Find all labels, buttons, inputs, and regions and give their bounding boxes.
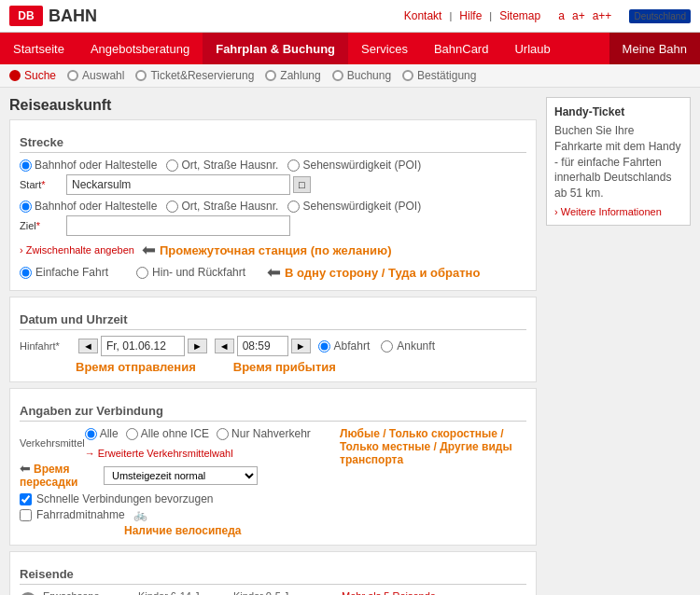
annotation-zwischenhalte: Промежуточная станция (по желанию) — [160, 243, 392, 257]
nav-meine-bahn[interactable]: Meine Bahn — [609, 33, 700, 64]
sitemap-link[interactable]: Sitemap — [499, 9, 540, 22]
fahrradmitnahme-checkbox[interactable] — [20, 509, 32, 521]
vm-ohne-ice-radio[interactable]: Alle ohne ICE — [126, 427, 209, 440]
step-radio-inactive-3 — [265, 70, 276, 81]
vm-nahverkehr-radio[interactable]: Nur Nahverkehr — [217, 427, 311, 440]
ziel-group: Bahnhof oder Haltestelle Ort, Straße Hau… — [20, 200, 526, 236]
logo: DB BAHN — [9, 6, 97, 26]
strecke-label: Strecke — [20, 135, 526, 153]
strecke-section: Strecke Bahnhof oder Haltestelle Ort, St… — [9, 119, 537, 291]
top-links: Kontakt | Hilfe | Sitemap a a+ a++ Deuts… — [404, 9, 691, 23]
abfahrt-ankunft-group: Abfahrt Ankunft — [318, 339, 435, 353]
nav-urlaub[interactable]: Urlaub — [501, 33, 563, 64]
abfahrt-radio[interactable]: Abfahrt — [318, 339, 371, 353]
nav-startseite[interactable]: Startseite — [0, 33, 77, 64]
steps-bar: Suche Auswahl Ticket&Reservierung Zahlun… — [0, 64, 700, 88]
time-next-btn[interactable]: ► — [291, 339, 311, 353]
sidebar-box: Handy-Ticket Buchen Sie Ihre Fahrkarte m… — [546, 97, 691, 226]
step-buchung[interactable]: Buchung — [332, 69, 391, 82]
step-bestaetigung[interactable]: Bestätigung — [402, 69, 476, 82]
fahrt-row: Einfache Fahrt Hin- und Rückfahrt ⬅ В од… — [20, 262, 526, 283]
step-zahlung[interactable]: Zahlung — [265, 69, 320, 82]
reisende-icon-col — [20, 590, 43, 595]
reisende-form: Erwachsene Kinder 6-14 J. Kinder 0-5 J. … — [43, 590, 526, 595]
step-radio-inactive — [67, 70, 78, 81]
arrow-left-uz: ⬅ — [20, 461, 31, 476]
time-prev-btn[interactable]: ◄ — [215, 339, 234, 353]
start-radio-bahnhof[interactable]: Bahnhof oder Haltestelle — [20, 159, 157, 172]
hin-rueckfahrt-radio[interactable]: Hin- und Rückfahrt — [136, 266, 245, 279]
sidebar: Handy-Ticket Buchen Sie Ihre Fahrkarte m… — [546, 97, 691, 595]
umsteigezeit-row: ⬅ Время пересадки Umsteigezeit normal — [20, 462, 330, 489]
reisende-count-header: Erwachsene Kinder 6-14 J. Kinder 0-5 J. … — [43, 590, 526, 595]
annotation-ankunft: Время прибытия — [233, 360, 336, 374]
ziel-radio-bahnhof[interactable]: Bahnhof oder Haltestelle — [20, 200, 157, 213]
start-input-row: Start □ — [20, 174, 526, 195]
fahrt-type-group: Einfache Fahrt Hin- und Rückfahrt — [20, 266, 259, 279]
bahn-label: BAHN — [49, 7, 97, 26]
date-input[interactable] — [101, 336, 185, 356]
db-logo: DB — [9, 6, 43, 26]
schnelle-verbindungen-checkbox[interactable] — [20, 493, 32, 505]
ziel-radio-sehenswuerdigkeit[interactable]: Sehenswürdigkeit (POI) — [287, 200, 421, 213]
mehr-reisende-link[interactable]: → Mehr als 5 Reisende — [329, 590, 436, 595]
annotation-vm: Любые / Только скоростные / Только местн… — [340, 427, 512, 466]
ankunft-radio[interactable]: Ankunft — [381, 339, 435, 353]
start-radio-sehenswuerdigkeit[interactable]: Sehenswürdigkeit (POI) — [287, 159, 421, 172]
font-small-link[interactable]: a — [558, 9, 565, 22]
lang-flag[interactable]: Deutschland — [629, 9, 691, 23]
start-input[interactable] — [66, 174, 290, 195]
page-title: Reiseauskunft — [9, 97, 537, 114]
step-radio-inactive-4 — [332, 70, 343, 81]
date-prev-btn[interactable]: ◄ — [78, 339, 98, 353]
step-auswahl[interactable]: Auswahl — [67, 69, 124, 82]
annotation-fahrrad: Наличие велосипеда — [124, 524, 241, 537]
font-medium-link[interactable]: a+ — [572, 9, 585, 22]
nav-bahncard[interactable]: BahnCard — [421, 33, 502, 64]
reisende-container: Erwachsene Kinder 6-14 J. Kinder 0-5 J. … — [20, 590, 526, 595]
start-location-btn[interactable]: □ — [293, 176, 311, 193]
hinfahrt-row: Hinfahrt* ◄ ► ◄ ► Abfahrt Ankunft — [20, 336, 526, 356]
zwischenhalte-link[interactable]: Zwischenhalte angeben — [20, 244, 134, 256]
arrow-left-icon-2: ⬅ — [267, 264, 281, 281]
nav-services[interactable]: Services — [348, 33, 421, 64]
font-large-link[interactable]: a++ — [593, 9, 612, 22]
hinfahrt-label: Hinfahrt* — [20, 340, 71, 352]
start-input-group: □ — [66, 174, 311, 195]
hilfe-link[interactable]: Hilfe — [459, 9, 482, 22]
start-label: Start — [20, 179, 66, 190]
start-radio-ort[interactable]: Ort, Straße Hausnr. — [166, 159, 278, 172]
start-group: Bahnhof oder Haltestelle Ort, Straße Hau… — [20, 159, 526, 195]
reisende-section: Reisende Erwachsene Kinder 6-14 J. Kinde… — [9, 551, 537, 595]
step-ticket[interactable]: Ticket&Reservierung — [135, 69, 254, 82]
vm-alle-radio[interactable]: Alle — [85, 427, 119, 440]
nav-angebotsberatung[interactable]: Angebotsberatung — [77, 33, 203, 64]
sidebar-link[interactable]: Weitere Informationen — [554, 206, 662, 217]
verbindung-section: Angaben zur Verbindung Verkehrsmittel Al… — [9, 388, 537, 546]
ziel-radio-group: Bahnhof oder Haltestelle Ort, Straße Hau… — [20, 200, 526, 213]
vm-erweiterte-link[interactable]: → Erweiterte Verkehrsmittelwahl — [85, 448, 233, 459]
zwischenhalte-row: Zwischenhalte angeben ⬅ Промежуточная ст… — [20, 241, 526, 259]
date-next-btn[interactable]: ► — [188, 339, 207, 353]
ziel-input-group — [66, 215, 290, 236]
umsteigezeit-select[interactable]: Umsteigezeit normal — [104, 466, 258, 485]
arrow-left-icon: ⬅ — [142, 242, 156, 258]
main-area: Reiseauskunft Strecke Bahnhof oder Halte… — [0, 88, 700, 595]
ziel-input[interactable] — [66, 215, 290, 236]
nav-bar: Startseite Angebotsberatung Fahrplan & B… — [0, 33, 700, 64]
einfache-fahrt-radio[interactable]: Einfache Fahrt — [20, 266, 108, 279]
kontakt-link[interactable]: Kontakt — [404, 9, 442, 22]
date-input-group: ◄ ► — [78, 336, 207, 356]
datum-section: Datum und Uhrzeit Hinfahrt* ◄ ► ◄ ► Abfa… — [9, 297, 537, 382]
ziel-radio-ort[interactable]: Ort, Straße Hausnr. — [166, 200, 278, 213]
vm-options-group: Alle Alle ohne ICE Nur Nahverkehr → Erwe… — [85, 427, 330, 459]
time-input[interactable] — [237, 336, 288, 356]
verbindung-label: Angaben zur Verbindung — [20, 404, 526, 422]
start-radio-group: Bahnhof oder Haltestelle Ort, Straße Hau… — [20, 159, 526, 172]
verkehrsmittel-row: Verkehrsmittel Alle Alle ohne ICE Nur Na… — [20, 427, 330, 459]
sidebar-title: Handy-Ticket — [554, 105, 682, 118]
reisende-label: Reisende — [20, 567, 526, 585]
schnelle-verbindungen-check: Schnelle Verbindungen bevorzugen — [20, 492, 330, 505]
nav-fahrplan[interactable]: Fahrplan & Buchung — [203, 33, 348, 64]
step-suche[interactable]: Suche — [9, 69, 56, 82]
